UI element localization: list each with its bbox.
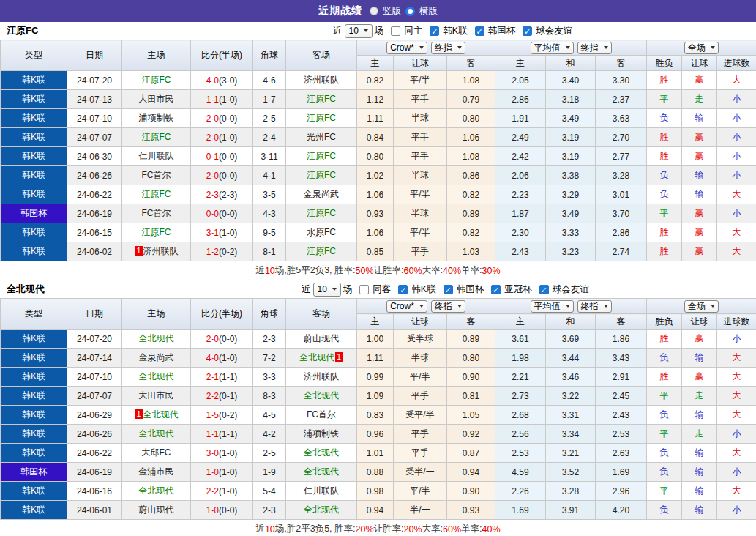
team-link: FC首尔 <box>142 170 171 180</box>
team-link: 江原FC <box>307 170 336 180</box>
cell-result-handicap: 赢 <box>682 368 717 387</box>
odds-source-select[interactable]: Crow* <box>386 42 427 54</box>
cell-date: 24-06-19 <box>67 204 122 223</box>
cell-away-team: 江原FC <box>286 109 357 128</box>
cell-avg-draw: 3.52 <box>546 463 596 482</box>
league-filter-checkbox[interactable]: ✓ <box>523 26 532 36</box>
team-link: FC首尔 <box>142 208 171 218</box>
cell-avg-away: 2.63 <box>596 444 647 463</box>
chevron-down-icon <box>711 305 715 308</box>
cell-avg-away: 2.53 <box>596 425 647 444</box>
scope-select[interactable]: 全场 <box>684 42 719 54</box>
match-row: 韩K联24-07-14金泉尚武4-0(1-0)7-2全北现代11.11半球0.8… <box>1 349 756 368</box>
league-filter-checkbox[interactable]: ✓ <box>491 285 501 294</box>
cell-odds-away: 1.08 <box>447 147 495 166</box>
cell-result-handicap: 走 <box>682 387 717 406</box>
layout-radio-group: 竖版 横版 <box>370 5 438 18</box>
cell-odds-handicap: 平/半 <box>394 368 447 387</box>
scope-select[interactable]: 全场 <box>684 300 719 313</box>
cell-corners: 5-4 <box>253 482 286 501</box>
col-header: 日期 <box>67 299 122 330</box>
full-time-score: 1-5 <box>206 410 219 420</box>
odds-final-select[interactable]: 终指 <box>431 42 465 54</box>
match-row: 韩K联24-07-07大田市民2-2(0-1)8-3全北现代1.09平手0.81… <box>1 387 756 406</box>
half-time-score: (0-1) <box>219 391 237 401</box>
full-time-score: 1-0 <box>206 467 219 477</box>
cell-result-outcome: 胜 <box>647 223 682 242</box>
cell-odds-handicap: 受平/半 <box>394 406 447 425</box>
same-venue-checkbox[interactable] <box>391 26 400 36</box>
half-time-score: (1-0) <box>219 486 237 496</box>
cell-away-team: 全北现代 <box>286 387 357 406</box>
filter-row: 江原FC近10场同主✓韩K联✓韩国杯✓球会友谊 <box>0 22 756 40</box>
cell-corners: 3-11 <box>253 147 286 166</box>
league-filter-checkbox[interactable]: ✓ <box>475 26 484 36</box>
same-venue-checkbox[interactable] <box>359 285 369 294</box>
cell-result-goals: 大 <box>717 349 756 368</box>
cell-result-goals: 大 <box>717 482 756 501</box>
radio-horizontal-label[interactable]: 横版 <box>419 5 438 18</box>
radio-horizontal[interactable] <box>405 7 415 16</box>
match-row: 韩K联24-06-021济州联队1-2(0-2)8-1江原FC0.85平手1.0… <box>1 242 756 261</box>
chevron-down-icon <box>711 46 715 49</box>
radio-vertical-label[interactable]: 竖版 <box>383 5 401 18</box>
cell-avg-draw: 3.28 <box>546 482 596 501</box>
league-filter-checkbox[interactable]: ✓ <box>398 285 408 294</box>
cell-corners: 4-1 <box>253 166 286 185</box>
cell-away-team: 水原FC <box>286 223 357 242</box>
odds-source-select[interactable]: Crow* <box>386 300 427 313</box>
full-time-score: 1-1 <box>206 429 219 439</box>
avg-final-select[interactable]: 终指 <box>577 300 612 313</box>
chevron-down-icon <box>604 305 608 308</box>
cell-odds-away: 1.06 <box>447 128 495 147</box>
cell-corners: 3-3 <box>253 368 286 387</box>
cell-away-team: 济州联队 <box>286 368 357 387</box>
cell-result-goals: 大 <box>717 368 756 387</box>
cell-odds-home: 1.02 <box>357 166 394 185</box>
cell-result-goals: 大 <box>717 223 756 242</box>
league-filter-label: 亚冠杯 <box>504 283 532 296</box>
avg-source-select[interactable]: 平均值 <box>531 300 574 313</box>
cell-competition-type: 韩K联 <box>1 109 67 128</box>
cell-odds-handicap: 平手 <box>394 147 447 166</box>
recent-count-select[interactable]: 10 <box>313 283 341 297</box>
team-link: 全北现代 <box>304 466 339 477</box>
cell-avg-draw: 3.46 <box>546 368 596 387</box>
cell-avg-home: 2.30 <box>495 223 546 242</box>
cell-corners: 9-5 <box>253 223 286 242</box>
chevron-down-icon <box>566 46 570 49</box>
cell-avg-away: 2.86 <box>596 223 647 242</box>
team-link: 全北现代 <box>139 428 174 439</box>
col-header: 主场 <box>122 299 191 330</box>
league-filter-checkbox[interactable]: ✓ <box>430 26 439 36</box>
cell-score: 3-1(1-0) <box>191 223 253 242</box>
recent-count-select[interactable]: 10 <box>345 24 373 38</box>
odds-final-select[interactable]: 终指 <box>431 300 465 313</box>
sub-col-header: 主 <box>357 314 394 330</box>
cell-avg-away: 2.43 <box>596 406 647 425</box>
cell-odds-handicap: 受半球 <box>394 330 447 349</box>
avg-final-select[interactable]: 终指 <box>577 42 612 54</box>
half-time-score: (0-0) <box>219 334 237 344</box>
cell-result-outcome: 负 <box>647 501 682 520</box>
tables-container: 江原FC近10场同主✓韩K联✓韩国杯✓球会友谊类型日期主场比分(半场)角球客场C… <box>0 22 756 536</box>
league-filter-label: 韩国杯 <box>488 25 516 37</box>
radio-vertical[interactable] <box>370 7 378 15</box>
results-table: 类型日期主场比分(半场)角球客场Crow*终指平均值终指全场主让球客主和客胜负让… <box>0 298 756 520</box>
cell-away-team: 光州FC <box>286 128 357 147</box>
cell-competition-type: 韩K联 <box>1 147 67 166</box>
full-time-score: 3-0 <box>206 448 219 458</box>
league-filter-checkbox[interactable]: ✓ <box>539 285 549 294</box>
cell-result-goals: 大 <box>717 387 756 406</box>
team-link: 全北现代 <box>299 352 334 362</box>
cell-home-team: FC首尔 <box>122 166 191 185</box>
cell-result-handicap: 走 <box>682 425 717 444</box>
cell-home-team: 蔚山现代 <box>122 501 191 520</box>
cell-result-outcome: 负 <box>647 185 682 204</box>
cell-avg-away: 2.77 <box>596 147 647 166</box>
cell-home-team: 全北现代 <box>122 425 191 444</box>
avg-source-select[interactable]: 平均值 <box>531 42 574 54</box>
full-time-score: 1-1 <box>206 94 219 105</box>
cell-avg-draw: 3.18 <box>546 90 596 109</box>
league-filter-checkbox[interactable]: ✓ <box>444 285 453 294</box>
